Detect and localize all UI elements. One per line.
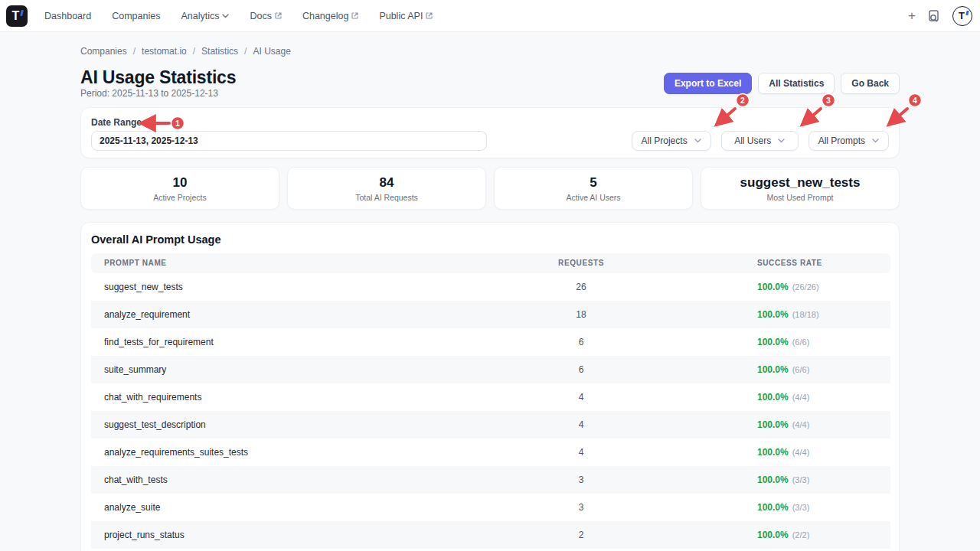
rate-percent: 100.0% (757, 392, 789, 403)
rate-percent: 100.0% (757, 419, 789, 430)
success-rate-cell: 100.0%(3/3) (757, 466, 809, 494)
external-link-icon (275, 12, 282, 19)
rate-percent: 100.0% (757, 502, 789, 513)
rate-percent: 100.0% (757, 447, 789, 458)
nav-item-analytics[interactable]: Analytics (181, 11, 229, 21)
chevron-down-icon (778, 139, 785, 143)
rate-fraction: (4/4) (792, 393, 810, 402)
breadcrumb-project[interactable]: testomat.io (142, 46, 187, 57)
date-range-label: Date Range (91, 117, 142, 128)
success-rate-cell: 100.0%(18/18) (757, 301, 819, 328)
external-link-icon (351, 12, 358, 19)
prompt-name-cell: find_tests_for_requirement (104, 328, 214, 356)
prompt-name-cell: project_runs_status (104, 521, 185, 549)
nav-item-companies[interactable]: Companies (112, 11, 160, 21)
table-row: find_tests_for_requirement6100.0%(6/6) (91, 328, 890, 356)
table-row: analyze_requirement18100.0%(18/18) (91, 301, 890, 328)
table-title: Overall AI Prompt Usage (91, 233, 221, 246)
all-projects-dropdown[interactable]: All Projects (632, 131, 711, 151)
header-buttons: Export to Excel All Statistics Go Back (664, 73, 900, 94)
stats-row: 10 Active Projects 84 Total AI Requests … (80, 167, 900, 210)
page-title: AI Usage Statistics (80, 67, 236, 88)
all-users-dropdown[interactable]: All Users (721, 131, 799, 151)
rate-percent: 100.0% (757, 474, 789, 485)
chevron-down-icon (222, 14, 229, 18)
go-back-button[interactable]: Go Back (841, 73, 900, 94)
requests-cell: 26 (520, 273, 642, 301)
stat-card-active-ai-users: 5 Active AI Users (494, 167, 693, 210)
requests-cell: 2 (520, 521, 642, 549)
breadcrumb-companies[interactable]: Companies (80, 46, 127, 57)
chevron-down-icon (872, 139, 879, 143)
success-rate-cell: 100.0%(4/4) (757, 439, 809, 466)
all-statistics-button[interactable]: All Statistics (758, 73, 835, 94)
search-docs-icon[interactable] (927, 9, 941, 23)
rate-fraction: (3/3) (792, 475, 810, 484)
requests-cell: 3 (520, 466, 642, 494)
rate-percent: 100.0% (757, 282, 789, 292)
breadcrumb-ai-usage: AI Usage (253, 46, 290, 57)
nav-item-dashboard[interactable]: Dashboard (44, 11, 91, 21)
rate-fraction: (6/6) (792, 365, 810, 374)
table-row: suggest_test_description4100.0%(4/4) (91, 411, 890, 439)
svg-text:3: 3 (826, 96, 831, 105)
success-rate-cell: 100.0%(4/4) (757, 383, 809, 411)
stat-card-most-used-prompt: suggest_new_tests Most Used Prompt (701, 167, 900, 210)
table-row: chat_with_requirements4100.0%(4/4) (91, 383, 890, 411)
requests-cell: 6 (520, 356, 642, 383)
breadcrumb-statistics[interactable]: Statistics (201, 46, 238, 57)
requests-cell: 4 (520, 439, 642, 466)
rate-percent: 100.0% (757, 309, 789, 320)
chevron-down-icon (694, 139, 701, 143)
top-navbar: T Dashboard Companies Analytics Docs Cha… (0, 0, 980, 32)
nav-item-docs[interactable]: Docs (250, 11, 281, 21)
svg-text:2: 2 (740, 96, 745, 105)
nav-links: Dashboard Companies Analytics Docs Chang… (44, 11, 433, 21)
prompt-name-cell: analyze_requirement (104, 301, 190, 328)
prompt-name-cell: analyze_requirements_suites_tests (104, 439, 248, 466)
prompt-usage-table: PROMPT NAME REQUESTS SUCCESS RATE sugges… (91, 253, 890, 549)
all-prompts-dropdown[interactable]: All Prompts (808, 131, 889, 151)
logo-accent (20, 10, 24, 16)
rate-fraction: (3/3) (792, 503, 810, 512)
rate-percent: 100.0% (757, 364, 789, 375)
table-row: project_runs_status2100.0%(2/2) (91, 521, 890, 549)
date-range-input[interactable] (91, 131, 487, 151)
rate-fraction: (26/26) (792, 282, 819, 292)
rate-percent: 100.0% (757, 337, 789, 347)
table-header-row: PROMPT NAME REQUESTS SUCCESS RATE (91, 253, 890, 273)
nav-item-public-api[interactable]: Public API (379, 11, 433, 21)
success-rate-cell: 100.0%(6/6) (757, 328, 809, 356)
success-rate-cell: 100.0%(4/4) (757, 411, 809, 439)
filter-panel: Date Range All Projects All Users All Pr… (80, 107, 900, 158)
prompt-name-cell: chat_with_requirements (104, 383, 201, 411)
breadcrumb: Companies / testomat.io / Statistics / A… (80, 46, 291, 57)
rate-percent: 100.0% (757, 530, 789, 540)
requests-cell: 18 (520, 301, 642, 328)
prompt-name-cell: suggest_test_description (104, 411, 206, 439)
nav-right-actions: + T (908, 6, 972, 26)
prompt-name-cell: suite_summary (104, 356, 166, 383)
table-body: suggest_new_tests26100.0%(26/26)analyze_… (91, 273, 890, 549)
period-subtitle: Period: 2025-11-13 to 2025-12-13 (80, 88, 218, 99)
requests-cell: 3 (520, 494, 642, 521)
rate-fraction: (4/4) (792, 420, 810, 429)
export-to-excel-button[interactable]: Export to Excel (664, 73, 752, 94)
requests-cell: 6 (520, 328, 642, 356)
rate-fraction: (6/6) (792, 337, 810, 347)
stat-card-active-projects: 10 Active Projects (80, 167, 279, 210)
requests-cell: 4 (520, 411, 642, 439)
testomat-logo[interactable]: T (6, 5, 28, 27)
success-rate-cell: 100.0%(2/2) (757, 521, 809, 549)
user-avatar[interactable]: T (952, 6, 972, 26)
table-row: chat_with_tests3100.0%(3/3) (91, 466, 890, 494)
table-row: suite_summary6100.0%(6/6) (91, 356, 890, 383)
plus-icon[interactable]: + (908, 9, 916, 22)
rate-fraction: (4/4) (792, 448, 810, 457)
stat-card-total-ai-requests: 84 Total AI Requests (287, 167, 486, 210)
success-rate-cell: 100.0%(6/6) (757, 356, 809, 383)
nav-item-changelog[interactable]: Changelog (302, 11, 358, 21)
prompt-name-cell: analyze_suite (104, 494, 160, 521)
svg-text:4: 4 (913, 96, 917, 105)
external-link-icon (426, 12, 433, 19)
